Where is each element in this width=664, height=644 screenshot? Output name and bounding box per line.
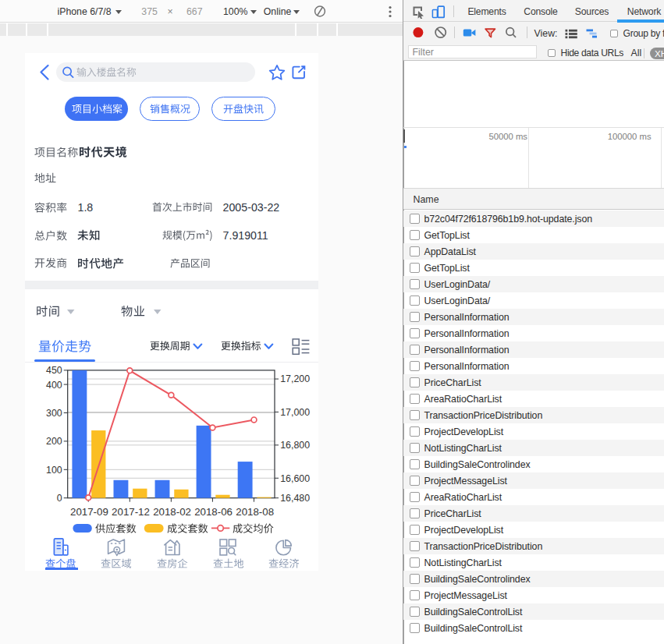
svg-text:400: 400 (46, 380, 62, 391)
svg-text:16,600: 16,600 (280, 473, 310, 484)
svg-text:200: 200 (46, 436, 62, 447)
svg-text:17,200: 17,200 (280, 373, 310, 384)
svg-text:16,800: 16,800 (280, 440, 310, 451)
svg-text:2017-12: 2017-12 (112, 506, 150, 518)
svg-text:2018-06: 2018-06 (194, 506, 233, 518)
svg-text:2018-02: 2018-02 (153, 506, 191, 518)
svg-text:2018-08: 2018-08 (236, 506, 274, 518)
svg-text:300: 300 (46, 408, 62, 419)
svg-text:0: 0 (57, 493, 62, 504)
svg-text:16,480: 16,480 (280, 493, 310, 504)
svg-text:450: 450 (46, 365, 62, 376)
svg-text:100: 100 (46, 465, 62, 476)
svg-text:2017-09: 2017-09 (70, 506, 108, 518)
svg-text:17,000: 17,000 (280, 407, 310, 418)
